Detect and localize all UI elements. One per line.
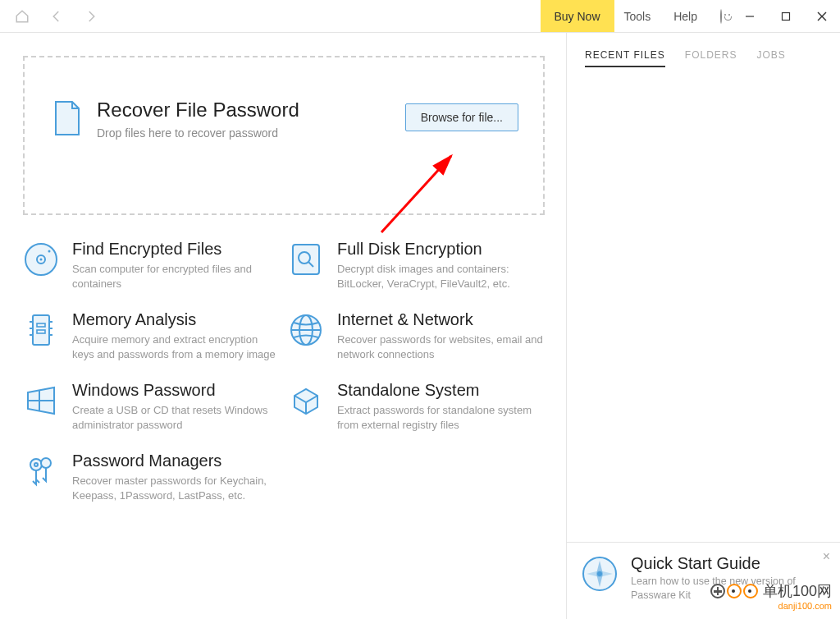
help-menu[interactable]: Help	[673, 10, 697, 23]
compass-icon	[580, 554, 619, 594]
feature-title: Internet & Network	[337, 310, 545, 329]
feature-title: Find Encrypted Files	[72, 240, 280, 259]
keys-icon	[23, 453, 59, 489]
tools-menu[interactable]: Tools	[624, 10, 651, 23]
magnify-disk-icon	[288, 241, 324, 277]
close-icon[interactable]	[804, 0, 840, 33]
disk-icon	[23, 241, 59, 277]
forward-icon[interactable]	[84, 9, 98, 24]
feature-desc: Scan computer for encrypted files and co…	[72, 262, 280, 291]
browse-file-button[interactable]: Browse for file...	[405, 103, 518, 131]
side-tabs: RECENT FILES FOLDERS JOBS	[567, 33, 840, 76]
close-icon[interactable]: ×	[823, 549, 830, 564]
svg-rect-8	[293, 245, 319, 274]
tab-jobs[interactable]: JOBS	[757, 49, 786, 67]
feature-password-managers[interactable]: Password Managers Recover master passwor…	[23, 452, 280, 502]
tab-recent-files[interactable]: RECENT FILES	[585, 49, 665, 67]
feature-desc: Extract passwords for standalone system …	[337, 403, 545, 432]
window-controls	[732, 0, 840, 32]
feature-desc: Decrypt disk images and containers: BitL…	[337, 262, 545, 291]
qsg-desc: Learn how to use the new version of Pass…	[631, 575, 827, 603]
feedback-icon[interactable]	[720, 10, 722, 23]
feature-title: Password Managers	[72, 452, 280, 470]
cube-icon	[288, 383, 324, 419]
recover-file-dropzone[interactable]: Recover File Password Drop files here to…	[23, 56, 545, 215]
feature-title: Windows Password	[72, 381, 280, 400]
feature-memory-analysis[interactable]: Memory Analysis Acquire memory and extra…	[23, 310, 280, 361]
feature-title: Memory Analysis	[72, 310, 280, 329]
file-icon	[52, 100, 82, 136]
minimize-icon[interactable]	[732, 0, 768, 33]
svg-point-6	[40, 259, 43, 261]
main-content: Recover File Password Drop files here to…	[0, 33, 566, 619]
quick-start-guide[interactable]: × Quick Start Guide Learn how to use the…	[567, 542, 840, 619]
title-bar: Buy Now Tools Help	[0, 0, 840, 33]
feature-title: Standalone System	[337, 381, 545, 400]
feature-desc: Recover master passwords for Keychain, K…	[72, 474, 280, 502]
qsg-title: Quick Start Guide	[631, 554, 827, 573]
nav-buttons	[0, 0, 98, 32]
side-body	[567, 76, 840, 542]
svg-point-27	[41, 458, 51, 468]
features-grid: Find Encrypted Files Scan computer for e…	[23, 240, 545, 502]
menu-group: Tools Help	[614, 0, 732, 32]
home-icon[interactable]	[15, 9, 30, 24]
side-panel: RECENT FILES FOLDERS JOBS × Quick Start …	[566, 33, 840, 619]
svg-point-25	[30, 459, 42, 470]
globe-icon	[288, 312, 324, 348]
feature-standalone-system[interactable]: Standalone System Extract passwords for …	[288, 381, 545, 432]
recover-title: Recover File Password	[97, 99, 299, 122]
feature-full-disk-encryption[interactable]: Full Disk Encryption Decrypt disk images…	[288, 240, 545, 291]
memory-icon	[23, 312, 59, 348]
feature-desc: Recover passwords for websites, email an…	[337, 332, 545, 361]
feature-title: Full Disk Encryption	[337, 240, 545, 259]
back-icon[interactable]	[49, 9, 64, 24]
buy-now-button[interactable]: Buy Now	[541, 0, 614, 32]
svg-point-29	[597, 571, 602, 576]
feature-find-encrypted-files[interactable]: Find Encrypted Files Scan computer for e…	[23, 240, 280, 291]
tab-folders[interactable]: FOLDERS	[685, 49, 737, 67]
feature-desc: Acquire memory and extract encryption ke…	[72, 332, 280, 361]
svg-rect-1	[783, 12, 790, 20]
feature-desc: Create a USB or CD that resets Windows a…	[72, 403, 280, 432]
feature-windows-password[interactable]: Windows Password Create a USB or CD that…	[23, 381, 280, 432]
svg-point-7	[48, 250, 51, 253]
recover-subtitle: Drop files here to recover password	[97, 126, 299, 140]
feature-internet-network[interactable]: Internet & Network Recover passwords for…	[288, 310, 545, 361]
windows-icon	[23, 383, 59, 419]
maximize-icon[interactable]	[768, 0, 804, 33]
